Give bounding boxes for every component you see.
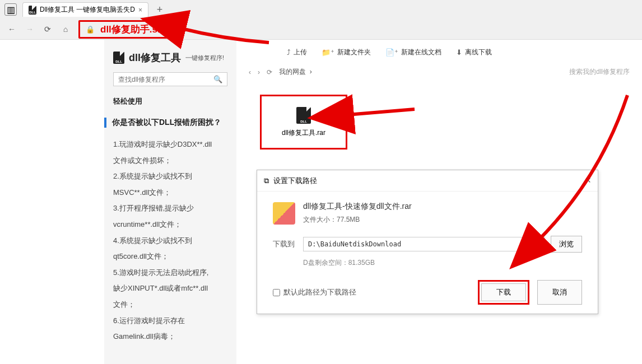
search-icon[interactable]: 🔍 <box>213 75 222 83</box>
cloud-pane: ⤴上传 📁⁺新建文件夹 📄⁺新建在线文档 ⬇离线下载 ‹ › ⟳ 我的网盘 › … <box>236 40 642 364</box>
url-highlight: 🔒 dll修复助手.site <box>78 20 178 39</box>
offline-download-button[interactable]: ⬇离线下载 <box>456 48 492 57</box>
browser-tab[interactable]: Dll修复工具 一键修复电脑丢失D × <box>22 2 148 17</box>
default-path-check-input[interactable] <box>273 289 280 296</box>
download-highlight: 下载 <box>478 280 529 305</box>
browser-chrome: ▥ Dll修复工具 一键修复电脑丢失D × + ← → ⟳ ⌂ 🔒 dll修复助… <box>0 0 642 40</box>
sidebar-body: 1.玩游戏时提示缺少D3DX**.dll文件或文件损坏；2.系统提示缺少或找不到… <box>113 137 227 345</box>
file-thumbnail-icon <box>273 202 295 225</box>
upload-icon: ⤴ <box>287 48 291 57</box>
back-button[interactable]: ← <box>7 25 17 34</box>
nav-fwd-icon[interactable]: › <box>258 68 260 76</box>
cloud-toolbar: ⤴上传 📁⁺新建文件夹 📄⁺新建在线文档 ⬇离线下载 <box>246 48 632 57</box>
browse-button[interactable]: 浏览 <box>551 236 582 253</box>
dialog-file-info: dll修复工具-快速修复dll文件.rar 文件大小：77.5MB <box>273 202 582 225</box>
dialog-close-icon[interactable]: × <box>585 175 591 186</box>
path-input[interactable] <box>303 237 545 251</box>
forward-button[interactable]: → <box>25 25 35 34</box>
favicon-icon <box>29 6 36 15</box>
upload-button[interactable]: ⤴上传 <box>287 48 307 57</box>
sidebar-body-line: qt5core.dll文件； <box>113 249 227 265</box>
default-path-checkbox[interactable]: 默认此路径为下载路径 <box>273 287 356 297</box>
dialog-file-name: dll修复工具-快速修复dll文件.rar <box>303 202 412 212</box>
folder-plus-icon: 📁⁺ <box>322 48 334 57</box>
cancel-button[interactable]: 取消 <box>537 280 582 305</box>
sidebar-body-line: 4.系统提示缺少或找不到 <box>113 233 227 249</box>
lock-icon: 🔒 <box>86 25 95 34</box>
new-tab-button[interactable]: + <box>153 4 166 16</box>
dialog-icon: ⧉ <box>264 176 269 185</box>
easy-use-label: 轻松使用 <box>113 96 227 106</box>
sidebar-body-line: 6.运行游戏时提示存在 <box>113 313 227 329</box>
sidebar-body-line: 2.系统提示缺少或找不到 <box>113 169 227 185</box>
sidebar-body-line: Gamelink.dll病毒； <box>113 329 227 345</box>
new-folder-button[interactable]: 📁⁺新建文件夹 <box>322 48 371 57</box>
free-space: D盘剩余空间：81.35GB <box>303 258 582 268</box>
download-dialog: ⧉ 设置下载路径 × dll修复工具-快速修复dll文件.rar 文件大小：77… <box>257 170 598 314</box>
breadcrumb[interactable]: 我的网盘 › <box>279 67 312 77</box>
window-menu-icon[interactable]: ▥ <box>4 3 17 16</box>
sidebar-body-line: vcruntime**.dll文件； <box>113 217 227 233</box>
sidebar-body-line: 文件； <box>113 297 227 313</box>
dialog-titlebar: ⧉ 设置下载路径 × <box>257 170 598 192</box>
file-icon <box>296 107 311 124</box>
home-button[interactable]: ⌂ <box>61 25 71 34</box>
path-label: 下载到 <box>273 239 297 249</box>
sidebar-title: dll修复工具 一键修复程序! <box>113 51 227 64</box>
close-tab-icon[interactable]: × <box>138 6 142 14</box>
tab-strip: ▥ Dll修复工具 一键修复电脑丢失D × + <box>0 0 642 19</box>
sidebar-body-line: 缺少XINPUT*.dll或者mfc**.dll <box>113 281 227 297</box>
dialog-file-size: 文件大小：77.5MB <box>303 215 412 225</box>
sidebar-body-line: 5.游戏时提示无法启动此程序, <box>113 265 227 281</box>
reload-button[interactable]: ⟳ <box>43 25 53 34</box>
address-bar: ← → ⟳ ⌂ 🔒 dll修复助手.site <box>0 19 642 39</box>
sidebar-heading: 你是否被以下DLL报错所困扰？ <box>104 118 227 128</box>
dll-logo-icon <box>113 52 124 64</box>
sidebar-title-sub: 一键修复程序! <box>185 54 224 62</box>
sidebar-body-line: 文件或文件损坏； <box>113 153 227 169</box>
cloud-nav: ‹ › ⟳ 我的网盘 › 搜索我的dll修复程序 <box>246 67 632 77</box>
download-path-row: 下载到 浏览 <box>273 236 582 253</box>
page-content: dll修复工具 一键修复程序! 🔍 轻松使用 你是否被以下DLL报错所困扰？ 1… <box>0 40 642 364</box>
file-item[interactable]: dll修复工具.rar <box>260 95 347 150</box>
sidebar-body-line: 1.玩游戏时提示缺少D3DX**.dll <box>113 137 227 153</box>
nav-back-icon[interactable]: ‹ <box>249 68 251 76</box>
search-hint[interactable]: 搜索我的dll修复程序 <box>569 67 630 77</box>
download-button[interactable]: 下载 <box>481 283 526 301</box>
url-text[interactable]: dll修复助手.site <box>100 23 169 36</box>
sidebar-search[interactable]: 🔍 <box>113 72 227 86</box>
nav-refresh-icon[interactable]: ⟳ <box>267 68 272 76</box>
file-name: dll修复工具.rar <box>282 128 325 138</box>
sidebar: dll修复工具 一键修复程序! 🔍 轻松使用 你是否被以下DLL报错所困扰？ 1… <box>104 40 236 364</box>
sidebar-search-input[interactable] <box>118 76 213 83</box>
doc-plus-icon: 📄⁺ <box>385 48 398 57</box>
new-doc-button[interactable]: 📄⁺新建在线文档 <box>385 48 441 57</box>
download-icon: ⬇ <box>456 48 462 57</box>
sidebar-title-main: dll修复工具 <box>129 51 181 64</box>
dialog-title: 设置下载路径 <box>273 176 317 186</box>
sidebar-body-line: MSVC**.dll文件； <box>113 185 227 201</box>
sidebar-body-line: 3.打开程序报错,提示缺少 <box>113 200 227 217</box>
tab-title: Dll修复工具 一键修复电脑丢失D <box>40 5 135 15</box>
